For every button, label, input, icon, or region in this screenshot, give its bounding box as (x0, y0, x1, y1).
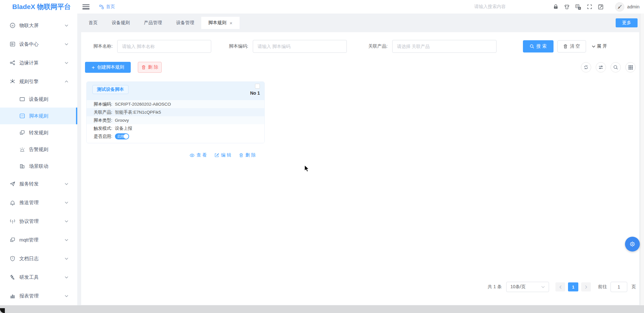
app-logo[interactable]: BladeX 物联网平台 (0, 2, 77, 11)
sidebar-item-alarm-rule[interactable]: 告警规则 (0, 141, 77, 158)
search-button[interactable]: 搜 索 (523, 40, 554, 52)
delete-link[interactable]: 删 除 (239, 152, 256, 158)
tab-home[interactable]: 首页 (81, 17, 105, 29)
sidebar-item-report-manage[interactable]: 报表管理 (0, 287, 77, 305)
expand-toggle[interactable]: 展 开 (592, 43, 607, 49)
related-product-label: 关联产品: (368, 43, 388, 49)
sidebar-item-protocol-manage[interactable]: A 协议管理 (0, 212, 77, 231)
chevron-right-icon (585, 285, 587, 289)
script-name-input[interactable] (117, 40, 211, 53)
chevron-down-icon (65, 276, 68, 279)
chevron-down-icon (541, 286, 545, 288)
sidebar-nav: AI 物联大屏 设备中心 边缘计算 规则引擎 设备规则 </> 脚本规则 (0, 14, 77, 305)
username[interactable]: admin (627, 4, 639, 9)
script-code-input[interactable] (253, 40, 347, 53)
chevron-down-icon (65, 295, 68, 297)
sidebar-item-forward-rule[interactable]: 转发规则 (0, 124, 77, 141)
toolbox-icon[interactable] (598, 4, 604, 10)
current-page-button[interactable]: 1 (568, 282, 578, 291)
chevron-down-icon (65, 202, 68, 204)
card-field-row: 脚本类型: Groovy (87, 116, 264, 124)
device-center-icon (10, 41, 15, 47)
tab-script-rule[interactable]: 脚本规则 × (201, 17, 240, 29)
fullscreen-icon[interactable] (586, 4, 593, 10)
main-area: 首页 设备规则 产品管理 设备管理 脚本规则 × 更多 脚本名称: 脚本编码: (77, 14, 640, 305)
chevron-down-icon (65, 258, 68, 260)
device-rule-icon (19, 96, 25, 102)
chevron-down-icon (65, 43, 68, 45)
sidebar-item-rule-engine[interactable]: 规则引擎 (0, 72, 77, 91)
svg-text:A: A (579, 7, 581, 9)
report-manage-icon (10, 293, 15, 299)
header-right: 请输入搜索内容 中A admin (474, 2, 644, 12)
sidebar-item-script-rule[interactable]: </> 脚本规则 (0, 108, 77, 124)
create-script-rule-button[interactable]: + 创建脚本规则 (85, 62, 131, 73)
mqtt-manage-icon (10, 237, 15, 243)
sidebar-item-push-manage[interactable]: 推送管理 (0, 193, 77, 212)
toggle-knob (124, 134, 128, 139)
chevron-down-icon (65, 183, 68, 185)
sidebar-item-iot-screen[interactable]: AI 物联大屏 (0, 16, 77, 35)
goto-page-input[interactable] (611, 282, 627, 292)
chevron-down-icon (65, 24, 68, 27)
breadcrumb-home: 首页 (106, 4, 115, 10)
delete-button[interactable]: 删 除 (138, 62, 162, 73)
svg-text:T: T (12, 257, 14, 260)
theme-shirt-icon[interactable] (564, 4, 570, 10)
refresh-icon[interactable] (581, 62, 591, 72)
menu-collapse-icon[interactable] (82, 5, 90, 9)
search-icon[interactable] (611, 62, 621, 72)
grid-icon[interactable] (625, 62, 636, 72)
pagination: 共 1 条 10条/页 1 前往 页 (488, 282, 636, 292)
sidebar-item-device-center[interactable]: 设备中心 (0, 35, 77, 53)
tab-device-manage[interactable]: 设备管理 (169, 17, 201, 29)
prev-page-button[interactable] (555, 282, 565, 291)
more-button[interactable]: 更多 (616, 18, 638, 27)
sidebar-item-doc-log[interactable]: T 文档日志 (0, 249, 77, 268)
toolbar: + 创建脚本规则 删 除 (81, 62, 639, 73)
bladex-iot-platform: BladeX 物联网平台 首页 请输入搜索内容 中A (0, 0, 644, 313)
sidebar-item-edge-computing[interactable]: 边缘计算 (0, 53, 77, 72)
avatar[interactable] (615, 2, 624, 12)
content-panel: 脚本名称: 脚本编码: 关联产品: 搜 索 清 空 (81, 32, 639, 305)
card-title-badge[interactable]: 测试设备脚本 (92, 85, 128, 94)
settings-fab-button[interactable] (625, 237, 640, 251)
card-index: No 1 (250, 90, 260, 96)
scrollbar-track[interactable] (640, 14, 644, 305)
window-bottom-edge (0, 305, 644, 313)
svg-text:</>: </> (21, 115, 24, 117)
filter-lines-icon[interactable] (596, 62, 606, 72)
script-rule-card[interactable]: 测试设备脚本 No 1 脚本编码: SCRIPT-20260202-A8OSCO… (86, 81, 265, 143)
scene-linkage-icon (19, 163, 25, 169)
chevron-up-icon (65, 81, 68, 83)
dev-tools-icon (10, 274, 15, 280)
tab-device-rule[interactable]: 设备规则 (105, 17, 137, 29)
script-name-label: 脚本名称: (93, 43, 113, 49)
translate-icon[interactable]: 中A (575, 4, 582, 10)
view-eye-icon (190, 153, 194, 158)
edit-link[interactable]: 编 辑 (214, 152, 231, 158)
tab-product-manage[interactable]: 产品管理 (137, 17, 169, 29)
sidebar-item-scene-linkage[interactable]: 场景联动 (0, 158, 77, 175)
page-size-select[interactable]: 10条/页 (506, 282, 549, 292)
related-product-select[interactable] (392, 40, 497, 53)
sidebar-item-dev-tools[interactable]: 研发工具 (0, 268, 77, 287)
view-link[interactable]: 查 看 (190, 152, 207, 158)
breadcrumb[interactable]: 首页 (99, 4, 115, 10)
sidebar-item-device-rule[interactable]: 设备规则 (0, 91, 77, 108)
global-search-input[interactable]: 请输入搜索内容 (474, 4, 506, 10)
card-field-row: 脚本编码: SCRIPT-20260202-A8OSCO (87, 100, 264, 108)
card-checkbox[interactable] (255, 84, 260, 89)
sidebar-item-mqtt-manage[interactable]: mqtt管理 (0, 231, 77, 249)
next-page-button[interactable] (581, 282, 591, 291)
tab-close-icon[interactable]: × (230, 20, 232, 26)
gear-icon (629, 241, 636, 248)
iot-screen-icon: AI (10, 23, 15, 28)
enable-toggle[interactable]: 启用 (115, 133, 129, 139)
sidebar-item-service-forward[interactable]: 服务转发 (0, 175, 77, 193)
chevron-down-icon (65, 62, 68, 64)
clear-button[interactable]: 清 空 (557, 40, 586, 52)
chevron-left-icon (559, 285, 562, 289)
lock-icon[interactable] (553, 4, 559, 10)
doc-log-icon: T (10, 256, 15, 261)
